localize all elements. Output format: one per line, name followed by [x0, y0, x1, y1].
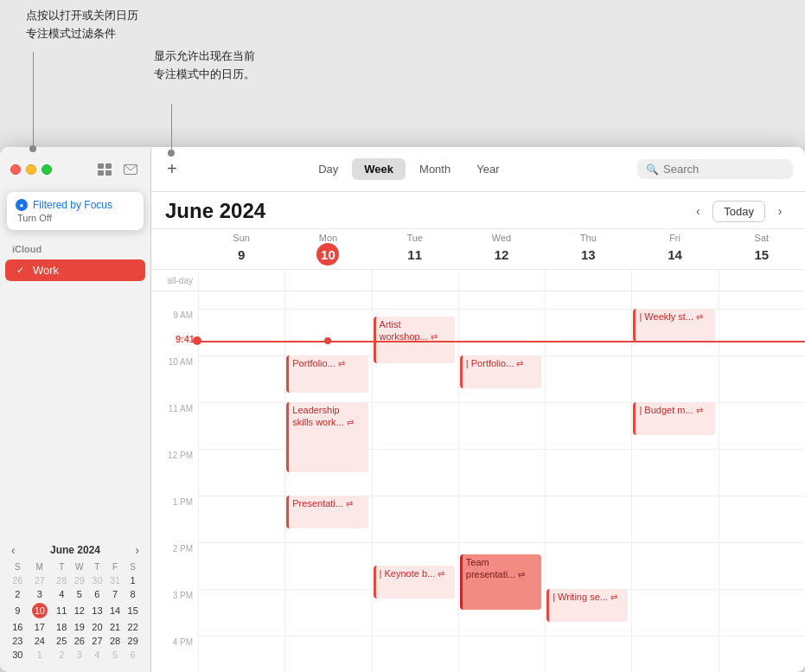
mini-cal-day[interactable]: 2 — [53, 648, 71, 662]
mini-cal-day[interactable]: 26 — [9, 573, 27, 587]
time-cell-row10-col0[interactable] — [198, 636, 284, 672]
add-event-button[interactable]: + — [163, 159, 181, 179]
event-6[interactable]: Teampresentati... ⇄ — [460, 554, 541, 611]
mini-cal-day[interactable]: 15 — [124, 601, 142, 620]
time-cell-row9-col1[interactable] — [284, 589, 371, 636]
time-cell-row5-col6[interactable] — [719, 402, 805, 449]
time-cell-row4-col6[interactable] — [719, 355, 805, 402]
time-cell-row7-col6[interactable] — [719, 496, 805, 542]
mini-cal-day[interactable]: 16 — [9, 620, 27, 634]
time-cell-row2-col0[interactable] — [198, 291, 284, 309]
mini-cal-day[interactable]: 7 — [106, 587, 125, 601]
mini-cal-day[interactable]: 11 — [53, 601, 71, 620]
mini-cal-day[interactable]: 19 — [71, 620, 89, 634]
time-cell-row3-col0[interactable] — [198, 309, 284, 355]
envelope-icon[interactable] — [121, 160, 140, 179]
time-cell-row10-col3[interactable] — [458, 636, 545, 672]
event-9[interactable]: | Budget m... ⇄ — [633, 402, 714, 435]
mini-cal-day[interactable]: 1 — [27, 648, 53, 662]
time-cell-row9-col0[interactable] — [198, 589, 284, 636]
time-cell-row2-col4[interactable] — [545, 291, 631, 309]
time-cell-row10-col4[interactable] — [545, 636, 631, 672]
mini-cal-day[interactable]: 4 — [88, 648, 106, 662]
time-cell-row6-col3[interactable] — [458, 449, 545, 496]
time-cell-row8-col5[interactable] — [631, 542, 718, 589]
close-button[interactable] — [10, 164, 21, 175]
mini-cal-day[interactable]: 31 — [106, 573, 125, 587]
mini-cal-day[interactable]: 25 — [53, 634, 71, 648]
time-cell-row2-col3[interactable] — [458, 291, 545, 309]
cal-prev-button[interactable]: ‹ — [687, 200, 709, 222]
mini-cal-day[interactable]: 29 — [71, 573, 89, 587]
time-cell-row9-col5[interactable] — [631, 589, 718, 636]
mini-cal-day[interactable]: 5 — [71, 587, 89, 601]
time-cell-row5-col3[interactable] — [458, 402, 545, 449]
cal-today-button[interactable]: Today — [712, 201, 765, 222]
time-cell-row3-col3[interactable] — [458, 309, 545, 355]
time-cell-row3-col4[interactable] — [545, 309, 631, 355]
mini-cal-day[interactable]: 4 — [53, 587, 71, 601]
mini-cal-day[interactable]: 3 — [27, 587, 53, 601]
mini-cal-day[interactable]: 29 — [124, 634, 142, 648]
mini-cal-day[interactable]: 18 — [53, 620, 71, 634]
time-cell-row10-col1[interactable] — [284, 636, 371, 672]
time-cell-row3-col6[interactable] — [719, 309, 805, 355]
cal-next-button[interactable]: › — [769, 200, 791, 222]
search-input[interactable] — [663, 163, 784, 176]
mini-cal-day[interactable]: 28 — [106, 634, 125, 648]
calendar-list-icon[interactable] — [95, 160, 114, 179]
time-cell-row6-col0[interactable] — [198, 449, 284, 496]
mini-cal-day[interactable]: 27 — [27, 573, 53, 587]
time-cell-row8-col6[interactable] — [719, 542, 805, 589]
mini-cal-day[interactable]: 6 — [124, 648, 142, 662]
mini-cal-day[interactable]: 30 — [88, 573, 106, 587]
time-cell-row4-col5[interactable] — [631, 355, 718, 402]
time-cell-row10-col2[interactable] — [372, 636, 458, 672]
time-cell-row8-col1[interactable] — [284, 542, 371, 589]
time-cell-row7-col3[interactable] — [458, 496, 545, 542]
tab-week[interactable]: Week — [352, 158, 406, 180]
time-cell-row2-col1[interactable] — [284, 291, 371, 309]
mini-cal-day[interactable]: 8 — [124, 587, 142, 601]
time-cell-row4-col4[interactable] — [545, 355, 631, 402]
time-cell-row8-col0[interactable] — [198, 542, 284, 589]
mini-cal-day[interactable]: 6 — [88, 587, 106, 601]
mini-cal-day[interactable]: 12 — [71, 601, 89, 620]
time-cell-row7-col0[interactable] — [198, 496, 284, 542]
mini-cal-day[interactable]: 9 — [9, 601, 27, 620]
mini-cal-day[interactable]: 28 — [53, 573, 71, 587]
calendar-item-work[interactable]: ✓ Work — [5, 259, 145, 281]
event-0[interactable]: Portfolio... ⇄ — [286, 355, 367, 393]
time-cell-row9-col6[interactable] — [719, 589, 805, 636]
time-cell-row6-col6[interactable] — [719, 449, 805, 496]
event-1[interactable]: Leadershipskills work... ⇄ — [286, 402, 367, 472]
mini-cal-day[interactable]: 5 — [106, 648, 125, 662]
time-cell-row5-col0[interactable] — [198, 402, 284, 449]
time-cell-row7-col5[interactable] — [631, 496, 718, 542]
mini-cal-day[interactable]: 30 — [9, 648, 27, 662]
event-4[interactable]: | Keynote b... ⇄ — [374, 566, 455, 598]
mini-cal-day[interactable]: 24 — [27, 634, 53, 648]
time-cell-row5-col2[interactable] — [372, 402, 458, 449]
event-5[interactable]: | Portfolio... ⇄ — [460, 355, 541, 388]
mini-cal-day[interactable]: 3 — [71, 648, 89, 662]
minimize-button[interactable] — [26, 164, 36, 175]
mini-cal-day[interactable]: 20 — [88, 620, 106, 634]
focus-turn-off-label[interactable]: Turn Off — [16, 213, 135, 223]
focus-filter-popup[interactable]: ● Filtered by Focus Turn Off — [7, 192, 144, 230]
time-cell-row6-col4[interactable] — [545, 449, 631, 496]
mini-cal-day[interactable]: 14 — [106, 601, 125, 620]
event-2[interactable]: Presentati... ⇄ — [286, 496, 367, 528]
time-cell-row7-col2[interactable] — [372, 496, 458, 542]
tab-month[interactable]: Month — [407, 158, 463, 180]
time-grid[interactable]: 6 AM7 AM8 AM9 AM10 AM11 AM12 PM1 PM2 PM3… — [151, 291, 805, 672]
time-cell-row10-col6[interactable] — [719, 636, 805, 672]
time-cell-row2-col2[interactable] — [372, 291, 458, 309]
mini-cal-day[interactable]: 27 — [88, 634, 106, 648]
event-3[interactable]: Artistworkshop... ⇄ — [374, 317, 455, 363]
mini-cal-day[interactable]: 23 — [9, 634, 27, 648]
mini-cal-prev-button[interactable]: ‹ — [9, 543, 18, 557]
mini-cal-day[interactable]: 21 — [106, 620, 125, 634]
mini-cal-day[interactable]: 13 — [88, 601, 106, 620]
time-cell-row10-col5[interactable] — [631, 636, 718, 672]
